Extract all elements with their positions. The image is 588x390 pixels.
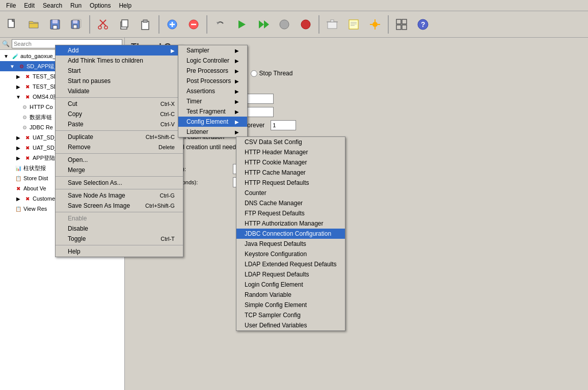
help-button[interactable]: ? — [413, 14, 433, 35]
svg-marker-24 — [259, 20, 264, 29]
context-menu-disable[interactable]: Disable — [56, 224, 183, 234]
remove-button[interactable] — [183, 14, 204, 35]
shutdown-button[interactable] — [296, 14, 316, 35]
sampler-icon: ✖ — [23, 133, 32, 142]
start-button[interactable] — [231, 14, 252, 35]
svg-rect-17 — [143, 20, 147, 22]
clear-button[interactable] — [322, 14, 342, 35]
context-menu-sep-5 — [56, 189, 183, 189]
submenu-http-auth-manager[interactable]: HTTP Authorization Manager — [236, 218, 345, 229]
context-menu-disable-label: Disable — [68, 225, 88, 232]
save-button[interactable] — [45, 14, 65, 35]
add-button[interactable] — [162, 14, 182, 35]
context-menu-think-times[interactable]: Add Think Times to children — [56, 55, 183, 66]
submenu-ldap-request-defaults[interactable]: LDAP Request Defaults — [236, 269, 345, 280]
submenu-jdbc-connection[interactable]: JDBC Connection Configuration — [236, 229, 345, 239]
context-menu-validate[interactable]: Validate — [56, 86, 183, 96]
tree-label: 柱状型报 — [23, 164, 46, 172]
submenu-ftp-request-defaults[interactable]: FTP Request Defaults — [236, 208, 345, 218]
loop-input[interactable] — [271, 120, 296, 130]
new-button[interactable] — [2, 14, 22, 35]
menu-run[interactable]: Run — [66, 1, 86, 10]
submenu-post-processors[interactable]: Post Processors ▶ — [178, 76, 247, 86]
submenu-ldap-extended[interactable]: LDAP Extended Request Defaults — [236, 259, 345, 269]
menu-options[interactable]: Options — [86, 1, 115, 10]
copy-button[interactable] — [114, 14, 135, 35]
svg-point-35 — [372, 22, 378, 27]
paste-button[interactable] — [136, 14, 156, 35]
submenu-test-fragment[interactable]: Test Fragment ▶ — [178, 106, 247, 117]
submenu-random-variable[interactable]: Random Variable — [236, 290, 345, 300]
context-menu-duplicate-label: Duplicate — [68, 133, 93, 141]
submenu-csv-data-set[interactable]: CSV Data Set Config — [236, 137, 345, 147]
context-menu-start[interactable]: Start — [56, 66, 183, 76]
remote-button[interactable] — [365, 14, 385, 35]
submenu-sampler[interactable]: Sampler ▶ — [178, 45, 247, 55]
submenu-pre-processors[interactable]: Pre Processors ▶ — [178, 66, 247, 76]
tree-label: UAT_SD_ — [33, 134, 58, 141]
context-menu-help[interactable]: Help — [56, 246, 183, 257]
menu-file[interactable]: File — [2, 1, 20, 10]
startup-row: Startup delay (seconds): — [133, 176, 580, 189]
expand-button[interactable] — [391, 14, 412, 35]
context-menu-toggle[interactable]: Toggle Ctrl-T — [56, 234, 183, 244]
context-menu-copy[interactable]: Copy Ctrl-C — [56, 109, 183, 119]
context-menu-merge[interactable]: Merge — [56, 165, 183, 175]
submenu-assertions[interactable]: Assertions ▶ — [178, 86, 247, 96]
context-menu-cut[interactable]: Cut Ctrl-X — [56, 99, 183, 109]
tree-label: HTTP Co — [30, 104, 53, 110]
context-menu-start-no-pauses-label: Start no pauses — [68, 77, 111, 85]
config-icon: ⚙ — [20, 113, 29, 121]
context-menu-paste[interactable]: Paste Ctrl-V — [56, 119, 183, 129]
radio-stop-thread-input[interactable] — [251, 70, 257, 77]
submenu-counter[interactable]: Counter — [236, 188, 345, 198]
context-menu-save-screen-image-shortcut: Ctrl+Shift-G — [145, 203, 175, 209]
expand-icon: ▼ — [2, 52, 10, 60]
menu-edit[interactable]: Edit — [20, 1, 39, 10]
submenu-http-cookie-manager[interactable]: HTTP Cookie Manager — [236, 157, 345, 168]
submenu-tcp-sampler-config[interactable]: TCP Sampler Config — [236, 310, 345, 320]
sampler-icon: ✖ — [23, 93, 32, 101]
submenu-login-config[interactable]: Login Config Element — [236, 280, 345, 290]
submenu-simple-config[interactable]: Simple Config Element — [236, 300, 345, 310]
context-menu-duplicate[interactable]: Duplicate Ctrl+Shift-C — [56, 132, 183, 142]
submenu-login-config-label: Login Config Element — [245, 281, 303, 288]
expand-icon: ▼ — [8, 62, 16, 70]
context-menu-save-selection[interactable]: Save Selection As... — [56, 178, 183, 188]
submenu-sampler-arrow: ▶ — [235, 48, 239, 53]
submenu-keystore-config[interactable]: Keystore Configuration — [236, 249, 345, 259]
context-menu-start-no-pauses[interactable]: Start no pauses — [56, 76, 183, 86]
tree-label: UAT_SD_ — [33, 145, 58, 151]
radio-stop-thread[interactable]: Stop Thread — [251, 70, 293, 77]
report-button[interactable] — [343, 14, 364, 35]
submenu-timer[interactable]: Timer ▶ — [178, 96, 247, 106]
context-menu-save-screen-image[interactable]: Save Screen As Image Ctrl+Shift-G — [56, 201, 183, 211]
undo-button[interactable] — [210, 14, 230, 35]
context-menu-enable: Enable — [56, 213, 183, 224]
context-menu-add[interactable]: Add ▶ — [56, 45, 183, 55]
expand-icon: ▶ — [14, 133, 22, 142]
open-button[interactable] — [23, 14, 44, 35]
context-menu-remove[interactable]: Remove Delete — [56, 142, 183, 152]
submenu-http-request-defaults[interactable]: HTTP Request Defaults — [236, 178, 345, 188]
submenu-http-header-manager[interactable]: HTTP Header Manager — [236, 147, 345, 157]
menu-help[interactable]: Help — [115, 1, 136, 10]
submenu-java-request-defaults[interactable]: Java Request Defaults — [236, 239, 345, 249]
submenu-user-defined-vars[interactable]: User Defined Variables — [236, 320, 345, 330]
cut-button[interactable] — [93, 14, 113, 35]
tree-label: SD_APP端_ — [26, 63, 58, 70]
submenu-config-element[interactable]: Config Element ▶ — [178, 117, 247, 127]
context-menu-open[interactable]: Open... — [56, 155, 183, 165]
submenu-post-processors-label: Post Processors — [186, 77, 231, 85]
stop-button[interactable] — [274, 14, 295, 35]
delay-row: Delay Thread creation until need — [133, 142, 580, 152]
menu-search[interactable]: Search — [39, 1, 66, 10]
submenu-http-cache-manager[interactable]: HTTP Cache Manager — [236, 168, 345, 178]
start-no-pause-button[interactable] — [253, 14, 273, 35]
context-menu-save-node-image[interactable]: Save Node As Image Ctrl-G — [56, 190, 183, 201]
submenu-listener[interactable]: Listener ▶ — [178, 127, 247, 137]
save-all-button[interactable] — [66, 14, 87, 35]
submenu-logic-controller[interactable]: Logic Controller ▶ — [178, 55, 247, 66]
submenu-dns-cache-manager[interactable]: DNS Cache Manager — [236, 198, 345, 208]
context-menu-save-node-image-label: Save Node As Image — [68, 192, 125, 199]
